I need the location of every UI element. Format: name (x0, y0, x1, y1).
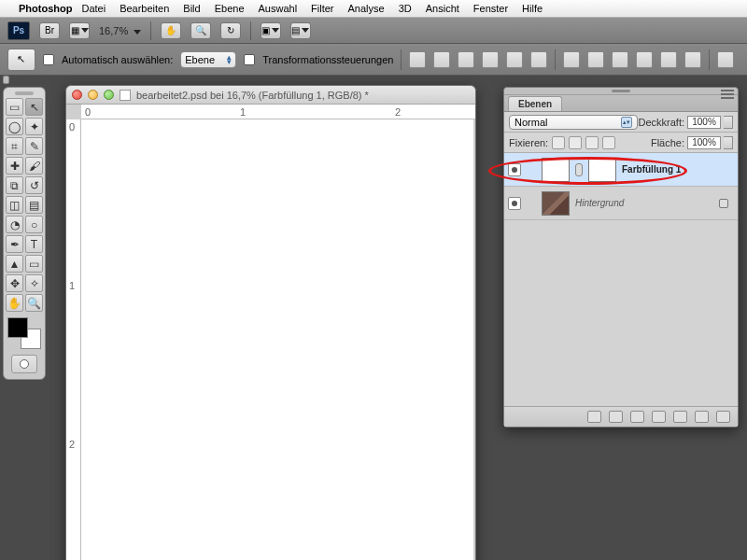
layer-thumbnail[interactable] (542, 191, 570, 216)
ruler-horizontal[interactable]: 0 1 2 (81, 105, 475, 119)
menu-auswahl[interactable]: Auswahl (259, 3, 298, 14)
rotate-view-icon[interactable]: ↻ (220, 22, 241, 39)
type-tool[interactable]: T (25, 235, 43, 253)
layer-thumbnail[interactable] (542, 158, 570, 182)
menu-analyse[interactable]: Analyse (348, 3, 385, 14)
menu-filter[interactable]: Filter (311, 3, 333, 14)
menu-ebene[interactable]: Ebene (215, 3, 245, 14)
delete-layer-icon[interactable] (716, 411, 730, 423)
panel-menu-icon[interactable] (721, 90, 734, 99)
dodge-tool[interactable]: ○ (25, 216, 43, 233)
history-brush-tool[interactable]: ↺ (25, 176, 43, 194)
layer-row[interactable]: Hintergrund (504, 187, 738, 220)
marquee-tool[interactable]: ▭ (6, 98, 23, 116)
stamp-tool[interactable]: ⧉ (6, 176, 23, 194)
menu-bild[interactable]: Bild (183, 3, 200, 14)
ps-home-icon[interactable]: Ps (7, 21, 30, 40)
close-icon[interactable] (72, 90, 82, 100)
lock-all-icon[interactable] (602, 136, 615, 149)
distribute-bottom-icon[interactable] (612, 51, 628, 68)
menu-bearbeiten[interactable]: Bearbeiten (120, 3, 169, 14)
quick-mask-toggle[interactable] (11, 355, 37, 373)
eraser-tool[interactable]: ◫ (6, 196, 23, 214)
document-proxy-icon[interactable] (120, 90, 131, 101)
panel-grip[interactable] (504, 88, 738, 95)
minimize-icon[interactable] (88, 90, 98, 100)
shape-tool[interactable]: ▭ (25, 255, 43, 273)
eyedropper-tool[interactable]: ✎ (25, 137, 43, 155)
mask-thumbnail[interactable] (588, 158, 616, 182)
lasso-tool[interactable]: ◯ (6, 118, 23, 135)
link-layers-icon[interactable] (587, 411, 601, 423)
align-hcenter-icon[interactable] (506, 51, 523, 68)
fill-slider-icon[interactable] (724, 136, 733, 149)
layer-name[interactable]: Hintergrund (575, 198, 624, 208)
visibility-toggle-icon[interactable] (508, 197, 521, 210)
auto-select-checkbox[interactable] (43, 54, 54, 65)
crop-tool[interactable]: ⌗ (6, 137, 23, 155)
auto-select-dropdown[interactable]: Ebene▴▾ (180, 51, 236, 68)
align-top-icon[interactable] (409, 51, 426, 68)
layer-name[interactable]: Farbfüllung 1 (622, 164, 681, 175)
fx-icon[interactable] (609, 411, 623, 423)
tab-ebenen[interactable]: Ebenen (508, 96, 562, 111)
zoom-window-icon[interactable] (104, 90, 114, 100)
current-tool-icon[interactable]: ↖ (7, 49, 35, 71)
color-swatches[interactable] (7, 317, 41, 349)
pen-tool[interactable]: ✒ (6, 235, 23, 253)
app-name[interactable]: Photoshop (19, 3, 72, 14)
align-left-icon[interactable] (482, 51, 499, 68)
path-select-tool[interactable]: ▲ (6, 255, 23, 273)
distribute-left-icon[interactable] (636, 51, 653, 68)
menu-hilfe[interactable]: Hilfe (522, 3, 543, 14)
zoom-level[interactable]: 16,7% (99, 24, 141, 37)
transform-controls-checkbox[interactable] (244, 54, 255, 65)
new-layer-icon[interactable] (695, 411, 709, 423)
ruler-vertical[interactable]: 0 1 2 (66, 119, 81, 560)
3d-camera-tool[interactable]: ✧ (25, 274, 43, 292)
distribute-right-icon[interactable] (684, 51, 701, 68)
blend-mode-dropdown[interactable]: Normal▴▾ (509, 115, 638, 130)
screen-mode-button[interactable]: ▣ (261, 22, 281, 39)
opacity-slider-icon[interactable] (724, 116, 733, 129)
foreground-color-swatch[interactable] (7, 317, 28, 338)
gradient-tool[interactable]: ▤ (25, 196, 43, 214)
3d-tool[interactable]: ✥ (6, 274, 23, 292)
add-mask-icon[interactable] (630, 411, 644, 423)
group-icon[interactable] (673, 411, 687, 423)
quick-select-tool[interactable]: ✦ (25, 118, 43, 135)
blur-tool[interactable]: ◔ (6, 216, 23, 233)
align-vcenter-icon[interactable] (433, 51, 450, 68)
lock-position-icon[interactable] (585, 136, 599, 149)
align-bottom-icon[interactable] (458, 51, 474, 68)
healing-tool[interactable]: ✚ (6, 157, 23, 175)
zoom-icon[interactable]: 🔍 (190, 22, 211, 39)
lock-pixels-icon[interactable] (569, 136, 582, 149)
menu-fenster[interactable]: Fenster (473, 3, 508, 14)
fill-value[interactable]: 100% (687, 136, 721, 149)
align-right-icon[interactable] (530, 51, 547, 68)
menu-3d[interactable]: 3D (399, 3, 412, 14)
arrange-docs-button[interactable]: ▤ (290, 22, 311, 39)
canvas[interactable] (81, 119, 473, 560)
menu-datei[interactable]: Datei (81, 3, 106, 14)
view-arrange-button[interactable]: ▦ (69, 22, 90, 39)
auto-align-icon[interactable] (717, 51, 734, 68)
adjustment-layer-icon[interactable] (652, 411, 666, 423)
layer-row[interactable]: Farbfüllung 1 (504, 153, 738, 187)
panel-collapse-strip[interactable] (3, 76, 9, 84)
lock-transparency-icon[interactable] (552, 136, 565, 149)
palette-grip[interactable] (15, 91, 34, 95)
brush-tool[interactable]: 🖌 (25, 157, 43, 175)
opacity-value[interactable]: 100% (687, 116, 721, 129)
distribute-hcenter-icon[interactable] (660, 51, 677, 68)
distribute-vcenter-icon[interactable] (587, 51, 604, 68)
menu-ansicht[interactable]: Ansicht (426, 3, 459, 14)
move-tool[interactable]: ↖ (25, 98, 43, 116)
zoom-tool[interactable]: 🔍 (25, 294, 43, 312)
bridge-button[interactable]: Br (39, 22, 60, 39)
distribute-top-icon[interactable] (563, 51, 580, 68)
hand-tool[interactable]: ✋ (6, 294, 23, 312)
visibility-toggle-icon[interactable] (508, 163, 521, 176)
hand-icon[interactable]: ✋ (161, 22, 181, 39)
